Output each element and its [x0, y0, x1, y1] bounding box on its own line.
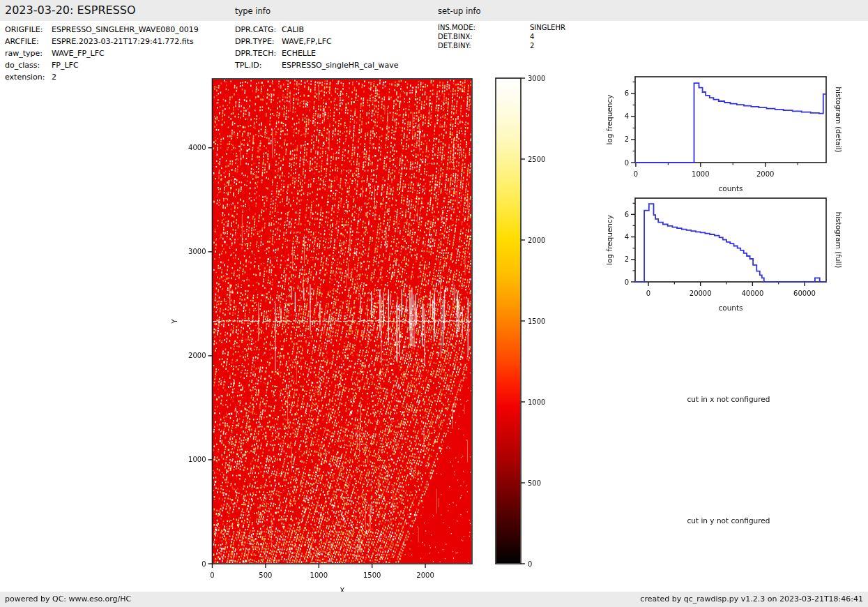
- svg-text:0: 0: [201, 560, 206, 568]
- svg-text:0: 0: [625, 278, 629, 286]
- meta-row-tplid: TPL.ID:ESPRESSO_singleHR_cal_wave: [235, 59, 399, 71]
- meta-value: ESPRESSO_SINGLEHR_WAVE080_0019: [52, 25, 199, 34]
- qc-report-page: 2023-03-20: ESPRESSO type info set-up in…: [0, 0, 868, 607]
- colorbar-gradient: [496, 79, 520, 563]
- meta-label: DET.BINX:: [438, 32, 530, 41]
- meta-label: raw_type:: [5, 47, 52, 59]
- svg-text:4: 4: [625, 233, 629, 241]
- meta-value: ECHELLE: [282, 49, 316, 58]
- meta-label: ORIGFILE:: [5, 24, 52, 36]
- svg-text:0: 0: [625, 159, 629, 167]
- meta-row-insmode: INS.MODE:SINGLEHR: [438, 23, 565, 32]
- svg-text:log frequency: log frequency: [605, 215, 614, 265]
- svg-text:2: 2: [625, 135, 629, 143]
- svg-text:500: 500: [259, 571, 272, 579]
- type-info-block: DPR.CATG:CALIB DPR.TYPE:WAVE,FP,LFC DPR.…: [235, 24, 399, 71]
- type-info-header: type info: [235, 6, 271, 16]
- meta-value: SINGLEHR: [530, 24, 565, 31]
- svg-text:4000: 4000: [188, 144, 206, 151]
- svg-text:2500: 2500: [528, 156, 545, 163]
- page-title: 2023-03-20: ESPRESSO: [5, 3, 136, 17]
- svg-text:histogram (detail): histogram (detail): [835, 87, 843, 152]
- svg-text:1000: 1000: [528, 398, 545, 406]
- svg-text:2: 2: [625, 255, 629, 263]
- meta-label: ARCFILE:: [5, 36, 52, 47]
- meta-row-doclass: do_class:FP_LFC: [5, 59, 199, 71]
- svg-text:log frequency: log frequency: [605, 94, 614, 144]
- meta-label: DET.BINY:: [438, 41, 530, 50]
- meta-value: WAVE,FP,LFC: [282, 37, 332, 46]
- meta-row-detbiny: DET.BINY:2: [438, 41, 565, 50]
- meta-label: do_class:: [5, 59, 52, 71]
- cut-x-note: cut in x not configured: [652, 395, 805, 403]
- hist_detail-step-line: [635, 83, 826, 163]
- header-band: 2023-03-20: ESPRESSO type info set-up in…: [0, 0, 868, 21]
- svg-text:0: 0: [646, 290, 650, 297]
- meta-row-dprcatg: DPR.CATG:CALIB: [235, 24, 399, 36]
- meta-row-detbinx: DET.BINX:4: [438, 32, 565, 41]
- meta-label: DPR.CATG:: [235, 24, 282, 36]
- footer-powered-by: powered by QC: www.eso.org/HC: [5, 594, 131, 604]
- meta-row-dprtype: DPR.TYPE:WAVE,FP,LFC: [235, 36, 399, 47]
- svg-text:0: 0: [634, 170, 638, 178]
- svg-text:6: 6: [625, 89, 629, 97]
- meta-label: DPR.TYPE:: [235, 36, 282, 47]
- svg-text:1500: 1500: [528, 317, 545, 325]
- svg-text:counts: counts: [718, 304, 743, 312]
- footer-created-by: created by qc_rawdisp.py v1.2.3 on 2023-…: [640, 594, 863, 604]
- svg-text:500: 500: [528, 479, 541, 487]
- meta-value: WAVE_FP_LFC: [52, 49, 105, 58]
- meta-value: 2: [530, 42, 534, 50]
- svg-text:histogram (full): histogram (full): [835, 212, 843, 269]
- meta-value: FP_LFC: [52, 61, 79, 70]
- meta-value: ESPRE.2023-03-21T17:29:41.772.fits: [52, 37, 194, 46]
- svg-text:0: 0: [210, 571, 214, 579]
- meta-row-rawtype: raw_type:WAVE_FP_LFC: [5, 47, 199, 59]
- setup-info-block: INS.MODE:SINGLEHR DET.BINX:4 DET.BINY:2: [438, 23, 565, 50]
- meta-label: INS.MODE:: [438, 23, 530, 32]
- hist_detail-axes: 0100020000246countslog frequencyhistogra…: [605, 77, 843, 193]
- svg-text:2000: 2000: [528, 237, 545, 244]
- meta-value: 2: [52, 73, 56, 82]
- meta-row-origfile: ORIGFILE:ESPRESSO_SINGLEHR_WAVE080_0019: [5, 24, 199, 36]
- meta-label: DPR.TECH:: [235, 47, 282, 59]
- meta-value: 4: [530, 33, 534, 40]
- svg-text:0: 0: [528, 560, 532, 568]
- svg-text:6: 6: [625, 211, 629, 218]
- svg-text:2000: 2000: [756, 170, 774, 178]
- raw-frame-heatmap: [213, 80, 471, 563]
- meta-row-extension: extension:2: [5, 71, 199, 83]
- svg-text:2000: 2000: [416, 571, 434, 579]
- hist_full-step-line: [635, 204, 826, 282]
- file-metadata-block: ORIGFILE:ESPRESSO_SINGLEHR_WAVE080_0019 …: [5, 24, 199, 83]
- svg-text:counts: counts: [718, 184, 743, 193]
- svg-text:20000: 20000: [690, 290, 712, 297]
- meta-label: TPL.ID:: [235, 59, 282, 71]
- meta-label: extension:: [5, 71, 52, 83]
- svg-text:1500: 1500: [363, 571, 381, 579]
- svg-text:1000: 1000: [692, 170, 709, 178]
- setup-info-header: set-up info: [438, 6, 481, 16]
- svg-text:2000: 2000: [188, 352, 206, 359]
- svg-text:Y: Y: [170, 319, 178, 324]
- svg-text:60000: 60000: [793, 290, 816, 297]
- svg-text:4: 4: [625, 112, 629, 120]
- svg-text:1000: 1000: [310, 571, 328, 579]
- hist_full-axes: 02000040000600000246countslog frequencyh…: [605, 198, 843, 312]
- meta-row-dprtech: DPR.TECH:ECHELLE: [235, 47, 399, 59]
- meta-value: CALIB: [282, 25, 304, 34]
- svg-text:3000: 3000: [188, 248, 206, 255]
- svg-text:1000: 1000: [188, 456, 206, 463]
- svg-text:3000: 3000: [528, 75, 545, 82]
- meta-value: ESPRESSO_singleHR_cal_wave: [282, 61, 399, 70]
- meta-row-arcfile: ARCFILE:ESPRE.2023-03-21T17:29:41.772.fi…: [5, 36, 199, 47]
- cut-y-note: cut in y not configured: [652, 516, 805, 525]
- svg-text:40000: 40000: [741, 290, 763, 297]
